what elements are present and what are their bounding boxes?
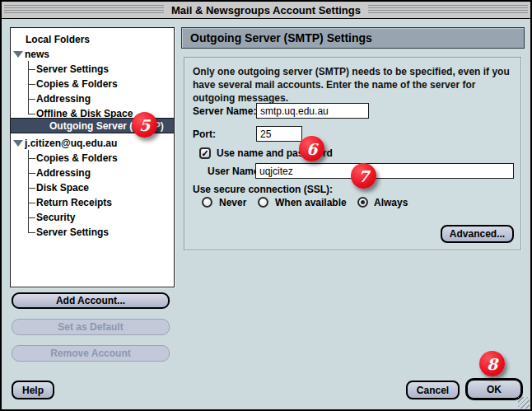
tree-item-account[interactable]: j.citizen@uq.edu.au <box>25 136 117 151</box>
tree-item-news-server-settings[interactable]: Server Settings <box>36 62 109 77</box>
tree-line <box>28 114 35 114</box>
help-button[interactable]: Help <box>12 381 54 399</box>
tree-item-news-addressing[interactable]: Addressing <box>36 91 91 106</box>
ssl-when-available-radio[interactable] <box>258 197 268 208</box>
tree-item-local-folders[interactable]: Local Folders <box>26 32 90 47</box>
tree-line <box>28 232 35 233</box>
tree-item-news[interactable]: news <box>25 47 49 62</box>
tree-line <box>28 99 35 100</box>
tree-item-acct-return-receipts[interactable]: Return Receipts <box>36 195 112 210</box>
port-input[interactable] <box>256 126 302 142</box>
server-name-label: Server Name: <box>193 104 256 119</box>
ssl-always-label: Always <box>374 195 408 211</box>
radio-dot-icon <box>361 200 365 204</box>
server-name-input[interactable] <box>256 103 369 119</box>
ssl-always-radio[interactable] <box>357 197 368 208</box>
ok-button[interactable]: OK <box>465 378 523 400</box>
tree-line <box>28 188 35 189</box>
title-bar[interactable]: Mail & Newsgroups Account Settings <box>2 2 530 19</box>
tree-item-acct-server-settings[interactable]: Server Settings <box>36 225 109 240</box>
tree-line <box>28 150 29 232</box>
tree-line <box>28 203 35 203</box>
tree-line <box>28 84 35 85</box>
disclosure-triangle-icon[interactable] <box>13 51 23 58</box>
ssl-never-label: Never <box>219 195 246 211</box>
account-tree: Local Folders news Server Settings Copie… <box>10 27 175 287</box>
port-label: Port: <box>193 127 216 142</box>
annotation-badge-6: 6 <box>299 136 324 161</box>
tree-item-acct-security[interactable]: Security <box>36 210 75 225</box>
set-as-default-button[interactable]: Set as Default <box>12 319 170 335</box>
tree-item-acct-disk-space[interactable]: Disk Space <box>36 180 89 195</box>
tree-item-news-copies-folders[interactable]: Copies & Folders <box>36 77 118 91</box>
tree-item-acct-addressing[interactable]: Addressing <box>36 166 91 180</box>
annotation-badge-7: 7 <box>351 163 376 189</box>
add-account-button[interactable]: Add Account... <box>12 292 170 309</box>
cancel-button[interactable]: Cancel <box>406 381 460 399</box>
resize-grip[interactable] <box>518 397 530 409</box>
user-name-label: User Name: <box>208 164 263 180</box>
ssl-never-radio[interactable] <box>202 197 212 208</box>
remove-account-button[interactable]: Remove Account <box>12 345 170 362</box>
user-name-input[interactable] <box>255 163 514 179</box>
tree-line <box>28 158 35 159</box>
annotation-badge-5: 5 <box>132 112 157 138</box>
checkmark-icon: ✓ <box>201 148 208 159</box>
use-name-password-checkbox[interactable]: ✓ <box>199 147 211 159</box>
ssl-when-available-label: When available <box>275 195 347 211</box>
account-settings-dialog: Mail & Newsgroups Account Settings Local… <box>0 0 532 411</box>
tree-line <box>28 217 35 218</box>
annotation-badge-8: 8 <box>479 351 505 376</box>
advanced-button[interactable]: Advanced... <box>441 225 514 243</box>
tree-item-acct-copies-folders[interactable]: Copies & Folders <box>36 151 118 166</box>
tree-line <box>28 69 35 70</box>
disclosure-triangle-icon[interactable] <box>13 140 23 147</box>
tree-line <box>28 173 35 174</box>
window-title: Mail & Newsgroups Account Settings <box>164 4 368 16</box>
panel-heading: Outgoing Server (SMTP) Settings <box>181 27 525 49</box>
panel-description: Only one outgoing server (SMTP) needs to… <box>193 65 516 105</box>
